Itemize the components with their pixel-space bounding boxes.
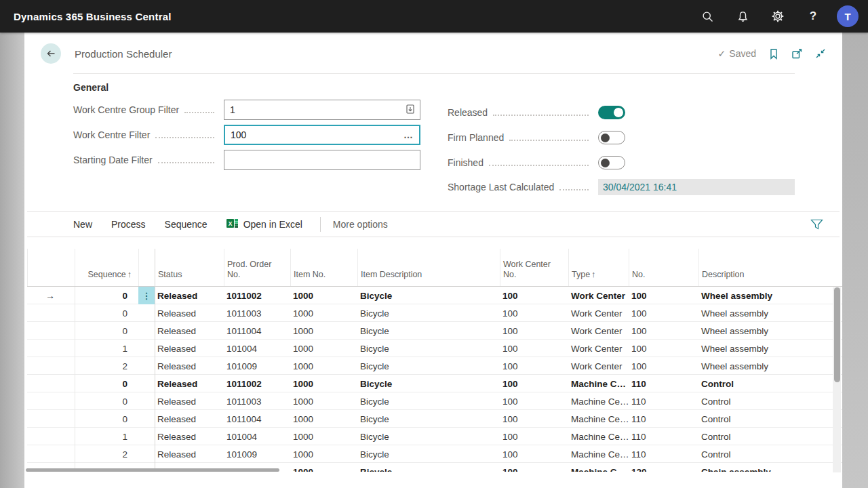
- cell-wc_no[interactable]: 100: [500, 340, 568, 357]
- action-sequence-button[interactable]: Sequence: [165, 219, 208, 230]
- cell-pointer[interactable]: [27, 392, 75, 410]
- settings-icon[interactable]: [766, 5, 789, 28]
- cell-pointer[interactable]: [27, 357, 75, 375]
- cell-prod_order_no[interactable]: 101009: [224, 445, 290, 463]
- cell-wc_no[interactable]: 100: [500, 428, 568, 445]
- cell-no[interactable]: 120: [629, 463, 698, 472]
- column-header-prod_order_no[interactable]: Prod. Order No.: [224, 249, 290, 286]
- column-header-wc_no[interactable]: Work Center No.: [500, 249, 568, 286]
- avatar[interactable]: T: [837, 5, 859, 27]
- column-header-status[interactable]: Status: [155, 249, 224, 286]
- cell-prod_order_no[interactable]: 101004: [224, 428, 290, 445]
- column-header-menu[interactable]: [138, 249, 155, 286]
- cell-menu[interactable]: ⋮: [138, 287, 155, 304]
- assist-edit-button[interactable]: …: [403, 129, 414, 140]
- cell-wc_no[interactable]: 100: [500, 410, 568, 428]
- cell-item_no[interactable]: 1000: [290, 428, 357, 445]
- cell-prod_order_no[interactable]: 1011002: [224, 375, 290, 392]
- cell-item_no[interactable]: 1000: [290, 322, 357, 340]
- search-icon[interactable]: [696, 5, 719, 28]
- cell-desc[interactable]: Wheel assembly: [698, 340, 833, 357]
- cell-no[interactable]: 110: [629, 392, 698, 410]
- table-row[interactable]: 0Released10110031000Bicycle100Machine Ce…: [27, 392, 842, 410]
- cell-pointer[interactable]: [27, 428, 75, 445]
- cell-item_desc[interactable]: Bicycle: [357, 357, 500, 375]
- work-centre-group-filter-input[interactable]: 1: [224, 100, 420, 120]
- cell-sequence[interactable]: 2: [75, 357, 138, 375]
- cell-no[interactable]: 100: [629, 357, 698, 375]
- cell-prod_order_no[interactable]: 101004: [224, 340, 290, 357]
- cell-item_desc[interactable]: Bicycle: [357, 445, 500, 463]
- column-header-type[interactable]: Type↑: [568, 249, 629, 286]
- cell-type[interactable]: Machine Ce…: [568, 445, 629, 463]
- cell-desc[interactable]: Control: [698, 392, 833, 410]
- cell-sequence[interactable]: 1: [75, 428, 138, 445]
- cell-pointer[interactable]: [27, 410, 75, 428]
- cell-desc[interactable]: Wheel assembly: [698, 357, 833, 375]
- cell-desc[interactable]: Control: [698, 445, 833, 463]
- cell-no[interactable]: 100: [629, 287, 698, 304]
- cell-item_no[interactable]: 1000: [290, 410, 357, 428]
- cell-sequence[interactable]: 0: [75, 304, 138, 322]
- cell-type[interactable]: Work Center: [568, 287, 629, 304]
- cell-status[interactable]: Released: [155, 375, 224, 392]
- cell-type[interactable]: Work Center: [568, 322, 629, 340]
- notifications-icon[interactable]: [731, 5, 754, 28]
- cell-menu[interactable]: [138, 410, 155, 428]
- open-in-new-window-icon[interactable]: [791, 48, 803, 59]
- cell-sequence[interactable]: 2: [75, 445, 138, 463]
- cell-item_desc[interactable]: Bicycle: [357, 392, 500, 410]
- cell-sequence[interactable]: 0: [75, 287, 138, 304]
- cell-wc_no[interactable]: 100: [500, 375, 568, 392]
- cell-item_no[interactable]: 1000: [290, 445, 357, 463]
- cell-desc[interactable]: Control: [698, 428, 833, 445]
- vertical-scrollbar[interactable]: [833, 287, 841, 472]
- cell-type[interactable]: Machine C…: [568, 463, 629, 472]
- cell-sequence[interactable]: 0: [75, 392, 138, 410]
- active-row-pointer-icon[interactable]: →: [27, 287, 75, 304]
- cell-prod_order_no[interactable]: 1011003: [224, 392, 290, 410]
- cell-item_desc[interactable]: Bicycle: [357, 322, 500, 340]
- table-row[interactable]: 0Released10110041000Bicycle100Machine Ce…: [27, 410, 842, 428]
- work-centre-filter-input[interactable]: 100 …: [224, 125, 420, 145]
- cell-item_desc[interactable]: Bicycle: [357, 340, 500, 357]
- cell-status[interactable]: Released: [155, 340, 224, 357]
- cell-type[interactable]: Work Center: [568, 304, 629, 322]
- cell-sequence[interactable]: 0: [75, 410, 138, 428]
- column-header-pointer[interactable]: [27, 249, 75, 286]
- cell-menu[interactable]: [138, 428, 155, 445]
- table-row[interactable]: 0Released10110031000Bicycle100Work Cente…: [27, 304, 842, 322]
- cell-desc[interactable]: Wheel assembly: [698, 322, 833, 340]
- cell-wc_no[interactable]: 100: [500, 304, 568, 322]
- cell-item_desc[interactable]: Bicycle: [357, 304, 500, 322]
- action-new-button[interactable]: New: [73, 219, 92, 230]
- more-options-button[interactable]: More options: [333, 219, 388, 230]
- cell-item_no[interactable]: 1000: [290, 392, 357, 410]
- cell-wc_no[interactable]: 100: [500, 463, 568, 472]
- cell-menu[interactable]: [138, 322, 155, 340]
- column-header-item_no[interactable]: Item No.: [290, 249, 357, 286]
- cell-status[interactable]: Released: [155, 445, 224, 463]
- column-header-item_desc[interactable]: Item Description: [357, 249, 500, 286]
- table-row[interactable]: 1Released1010041000Bicycle100Machine Ce……: [27, 428, 842, 445]
- row-context-menu-icon[interactable]: ⋮: [138, 287, 155, 304]
- cell-item_no[interactable]: 1000: [290, 287, 357, 304]
- cell-no[interactable]: 110: [629, 445, 698, 463]
- cell-desc[interactable]: Chain assembly: [698, 463, 833, 472]
- cell-menu[interactable]: [138, 304, 155, 322]
- cell-wc_no[interactable]: 100: [500, 287, 568, 304]
- cell-prod_order_no[interactable]: 1011002: [224, 287, 290, 304]
- table-row[interactable]: 1Released1010041000Bicycle100Work Center…: [27, 340, 842, 357]
- cell-menu[interactable]: [138, 375, 155, 392]
- cell-pointer[interactable]: [27, 304, 75, 322]
- cell-menu[interactable]: [138, 445, 155, 463]
- cell-menu[interactable]: [138, 340, 155, 357]
- table-row[interactable]: 2Released1010091000Bicycle100Work Center…: [27, 357, 842, 375]
- released-toggle[interactable]: [598, 106, 625, 119]
- cell-prod_order_no[interactable]: 1011003: [224, 304, 290, 322]
- column-header-no[interactable]: No.: [629, 249, 698, 286]
- cell-item_no[interactable]: 1000: [290, 375, 357, 392]
- cell-pointer[interactable]: [27, 445, 75, 463]
- starting-date-filter-input[interactable]: [224, 150, 420, 170]
- cell-type[interactable]: Machine Ce…: [568, 392, 629, 410]
